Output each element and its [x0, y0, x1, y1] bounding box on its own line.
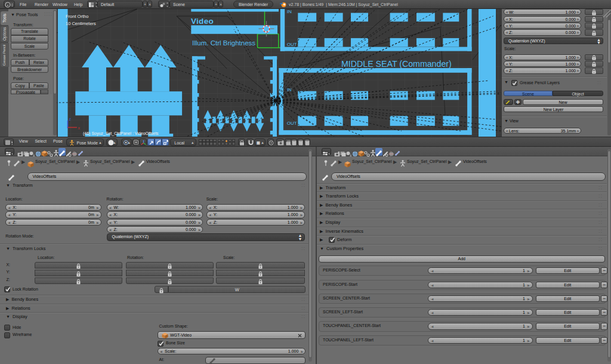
- svg-text:x: x: [78, 126, 81, 130]
- svg-text:IN: IN: [287, 9, 292, 14]
- svg-text:IN: IN: [287, 87, 292, 92]
- svg-text:OUT: OUT: [287, 42, 297, 47]
- svg-text:Video: Video: [191, 17, 214, 26]
- svg-text:Front Ortho: Front Ortho: [66, 14, 88, 19]
- svg-text:z: z: [69, 117, 72, 121]
- svg-text:OUT: OUT: [287, 121, 297, 126]
- svg-text:10 Centimeters: 10 Centimeters: [66, 21, 96, 26]
- svg-text:(46) Soyuz_Set_CtrlPanel : Vid: (46) Soyuz_Set_CtrlPanel : VideoOffsets: [83, 131, 159, 136]
- svg-text:Illum. Ctrl Brightness: Illum. Ctrl Brightness: [192, 39, 255, 47]
- svg-text:MIDDLE SEAT (Commander): MIDDLE SEAT (Commander): [341, 59, 452, 69]
